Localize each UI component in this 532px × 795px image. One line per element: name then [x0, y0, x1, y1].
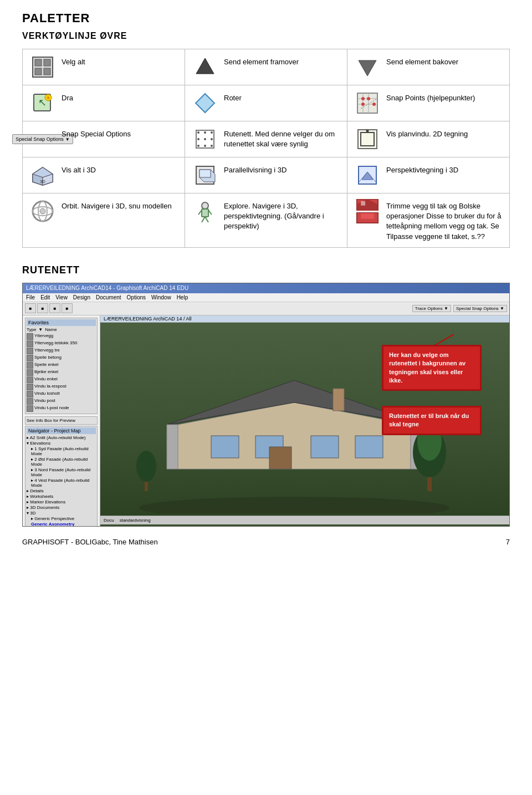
section-title: VERKTØYLINJE ØVRE	[22, 31, 510, 41]
svg-rect-4	[44, 68, 50, 75]
rutenett-label: Rutenett. Med denne velger du om rutenet…	[224, 127, 339, 149]
svg-point-22	[197, 131, 200, 134]
menu-window: Window	[151, 294, 171, 300]
snap-special-label: Snap Special Options	[62, 127, 131, 139]
callout-box-2: Rutenettet er til bruk når du skal tegne	[382, 406, 482, 435]
plan-icon	[355, 127, 380, 151]
viewport-title: LÆRERVEILEDNING ArchiCAD 14 / All	[100, 315, 509, 323]
svg-rect-67	[211, 436, 239, 458]
callout-text-1: Her kan du velge om rutenettet i bakgrun…	[389, 351, 466, 384]
archicad-titlebar: LÆRERVEILEDNING ArchiCAD14 - Graphisoft …	[23, 283, 509, 293]
favorites-header: Type▼Name	[27, 327, 96, 332]
svg-text:3D: 3D	[40, 179, 45, 184]
svg-point-62	[139, 497, 449, 513]
nav-elevations: ▾ Elevations	[27, 441, 96, 446]
svg-rect-61	[361, 213, 374, 219]
fav-row-2: Yttervegg teblokk 350	[27, 340, 96, 347]
drag-icon: ↖ +	[30, 91, 55, 115]
svg-rect-1	[35, 59, 42, 66]
scale-value: standardvisning	[120, 518, 151, 523]
callout-text-2: Rutenettet er til bruk når du skal tegne	[389, 412, 469, 427]
roter-label: Roter	[224, 91, 242, 103]
nav-elevations2: ▸ Marker Elevations	[27, 500, 96, 504]
snap-special-text: Special Snap Options	[16, 136, 64, 142]
parallell-label: Parallellvisning i 3D	[224, 163, 287, 175]
svg-point-17	[361, 97, 365, 100]
nav-details: ▸ Details	[27, 488, 96, 493]
svg-rect-59	[361, 201, 365, 206]
svg-point-27	[211, 138, 213, 140]
menu-file: File	[26, 294, 35, 300]
svg-rect-2	[44, 59, 50, 66]
tool-snap-points: Snap Points (hjelpepunkter)	[355, 91, 502, 115]
perspektiv-label: Perspektivtegning i 3D	[386, 163, 458, 175]
svg-rect-71	[269, 447, 291, 469]
svg-point-29	[204, 145, 206, 147]
svg-rect-52	[202, 209, 208, 217]
rotate-icon	[193, 91, 217, 115]
menu-document: Document	[96, 294, 121, 300]
svg-rect-70	[355, 436, 383, 458]
svg-line-53	[202, 217, 205, 222]
svg-point-18	[367, 97, 370, 100]
rutenett-section: RUTENETT LÆRERVEILEDNING ArchiCAD14 - Gr…	[22, 264, 510, 527]
tool-velg-alt: Velg alt	[30, 55, 177, 79]
navigator-title: Navigator - Project Map	[27, 427, 96, 434]
fav-row-9: Vindu losholt	[27, 391, 96, 398]
toolbar-table: Velg alt Send element framover	[22, 49, 510, 248]
velg-alt-label: Velg alt	[62, 55, 85, 67]
nav-docs: ▸ 3D Documents	[27, 505, 96, 510]
tool-send-bakover: Send element bakover	[355, 55, 502, 79]
svg-point-30	[211, 145, 213, 147]
svg-point-23	[204, 131, 206, 134]
orbit-label: Orbit. Navigere i 3D, snu modellen	[62, 199, 172, 211]
svg-text:+: +	[47, 95, 50, 101]
svg-rect-3	[35, 68, 42, 75]
tool-vis-planvindu: Vis planvindu. 2D tegning	[355, 127, 502, 151]
tool-rutenett: Rutenett. Med denne velger du om rutenet…	[193, 127, 339, 151]
svg-point-77	[136, 451, 156, 482]
page-footer: GRAPHISOFT - BOLIGabc, Tine Mathisen 7	[22, 538, 510, 546]
rutenett-title: RUTENETT	[22, 264, 510, 276]
tool-vis-alt-3d: 3D Vis alt i 3D	[30, 163, 177, 187]
favorites-title: Favorites	[27, 319, 96, 326]
3d-alt-icon: 3D	[30, 163, 55, 187]
svg-rect-11	[196, 94, 214, 113]
send-forward-icon	[193, 55, 217, 79]
archicad-title-text: LÆRERVEILEDNING ArchiCAD14 - Graphisoft …	[26, 285, 188, 291]
archicad-menubar: File Edit View Design Document Options W…	[23, 293, 509, 302]
explore-icon	[193, 199, 217, 223]
tool-dra: ↖ + Dra	[30, 91, 177, 115]
archicad-body: Favorites Type▼Name Yttervegg Yttervegg …	[23, 315, 509, 526]
fav-row-10: Vindu post	[27, 398, 96, 405]
archicad-main: LÆRERVEILEDNING ArchiCAD 14 / All	[100, 315, 509, 526]
fav-row-4: Speile betong	[27, 355, 96, 361]
toolbar-btn-2: ■	[37, 303, 48, 313]
vis-planvindu-label: Vis planvindu. 2D tegning	[386, 127, 468, 139]
page-title: PALETTER	[22, 11, 510, 26]
archicad-sidebar: Favorites Type▼Name Yttervegg Yttervegg …	[23, 315, 100, 526]
nav-fasade3: ▸ 3 Nord Fasade (Auto-rebuild Mode	[27, 467, 96, 477]
svg-marker-6	[359, 60, 376, 76]
toolbar-btn-4: ■	[62, 303, 73, 313]
status-bar: Docu standardvisning	[100, 516, 509, 524]
send-framover-label: Send element framover	[224, 55, 299, 67]
nav-fasade2: ▸ 2 Øst Fasade (Auto-rebuild Mode	[27, 457, 96, 467]
tool-explore: Explore. Navigere i 3D, perspektivtegnin…	[193, 199, 339, 232]
fav-row-8: Vindu la-respost	[27, 384, 96, 390]
send-bakover-label: Send element bakover	[386, 55, 458, 67]
nav-fasade4: ▸ 4 Vest Fasade (Auto-rebuild Mode	[27, 478, 96, 488]
nav-row-1: ▸ A2 Snitt (Auto-rebuild Mode)	[27, 435, 96, 440]
svg-line-54	[205, 217, 208, 222]
trace-options-btn: Trace Options ▼	[412, 305, 451, 312]
tool-roter: Roter	[193, 91, 339, 115]
nav-3d: ▾ 3D	[27, 511, 96, 516]
fav-row-5: Speile enkel	[27, 362, 96, 369]
trimme-label: Trimme vegg til tak og Bolske operasjone…	[386, 199, 502, 242]
snap-special-icon: Special Snap Options ▼	[30, 127, 55, 151]
svg-marker-65	[167, 425, 178, 469]
svg-rect-69	[311, 436, 339, 458]
svg-point-20	[372, 103, 376, 106]
fav-row-1: Yttervegg	[27, 333, 96, 340]
menu-edit: Edit	[40, 294, 50, 300]
